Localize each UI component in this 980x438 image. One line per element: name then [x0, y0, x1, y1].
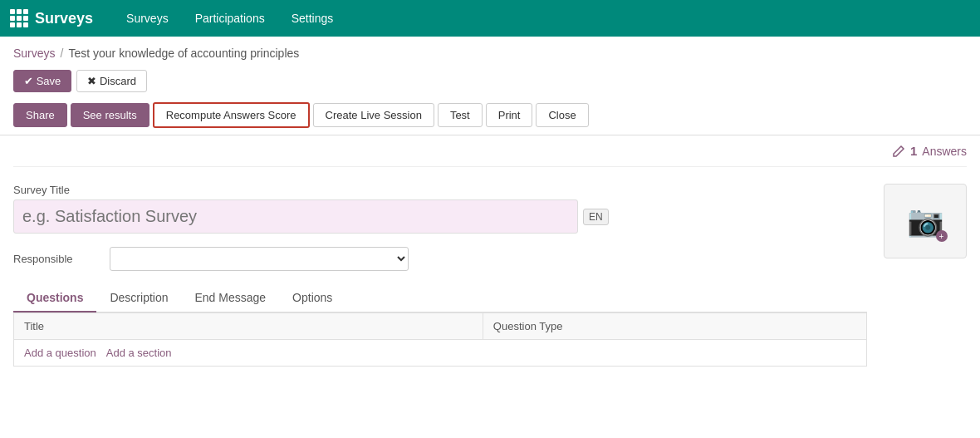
- app-name: Surveys: [35, 10, 93, 27]
- add-section-link[interactable]: Add a section: [106, 347, 172, 359]
- action-bar: ✔ Save ✖ Discard: [0, 66, 980, 99]
- tab-description[interactable]: Description: [96, 284, 181, 313]
- x-icon: ✖: [87, 75, 96, 87]
- navbar-nav: Surveys Participations Settings: [113, 0, 346, 37]
- title-row: EN: [13, 199, 867, 234]
- questions-table: Title Question Type: [13, 313, 867, 340]
- answers-label: Answers: [922, 145, 967, 158]
- test-button[interactable]: Test: [438, 103, 483, 127]
- nav-surveys[interactable]: Surveys: [113, 0, 182, 37]
- recompute-button[interactable]: Recompute Answers Score: [153, 102, 310, 128]
- survey-title-input[interactable]: [13, 199, 578, 234]
- camera-icon-wrapper: 📷 +: [907, 204, 944, 239]
- add-image-icon: +: [936, 230, 948, 242]
- print-button[interactable]: Print: [486, 103, 533, 127]
- breadcrumb-separator: /: [61, 47, 64, 60]
- share-button[interactable]: Share: [13, 103, 67, 127]
- see-results-button[interactable]: See results: [71, 103, 149, 127]
- lang-badge: EN: [583, 209, 609, 225]
- create-live-session-button[interactable]: Create Live Session: [313, 103, 434, 127]
- answers-badge[interactable]: 1 Answers: [892, 144, 967, 158]
- navbar: Surveys Surveys Participations Settings: [0, 0, 980, 37]
- responsible-select[interactable]: [110, 247, 409, 271]
- form-section: Survey Title EN Responsible Questions De…: [13, 175, 967, 375]
- form-main: Survey Title EN Responsible Questions De…: [13, 184, 867, 367]
- toolbar: Share See results Recompute Answers Scor…: [0, 99, 980, 135]
- brand[interactable]: Surveys: [10, 9, 93, 27]
- breadcrumb: Surveys / Test your knowledge of account…: [0, 37, 980, 66]
- nav-settings[interactable]: Settings: [278, 0, 347, 37]
- image-upload[interactable]: 📷 +: [884, 184, 967, 258]
- breadcrumb-parent[interactable]: Surveys: [13, 47, 56, 60]
- responsible-row: Responsible: [13, 247, 867, 271]
- tab-options[interactable]: Options: [279, 284, 345, 313]
- answers-bar: 1 Answers: [13, 135, 967, 167]
- checkmark-icon: ✔: [24, 75, 33, 87]
- nav-participations[interactable]: Participations: [182, 0, 278, 37]
- survey-title-label: Survey Title: [13, 184, 867, 196]
- main-content: 1 Answers Survey Title EN Responsible Qu…: [0, 135, 980, 375]
- breadcrumb-current: Test your knowledge of accounting princi…: [68, 47, 299, 60]
- answers-count: 1: [910, 144, 917, 158]
- save-button[interactable]: ✔ Save: [13, 70, 71, 92]
- add-question-link[interactable]: Add a question: [24, 347, 96, 359]
- edit-icon: [892, 145, 905, 158]
- tabs: Questions Description End Message Option…: [13, 284, 867, 313]
- tab-questions[interactable]: Questions: [13, 284, 96, 313]
- discard-button[interactable]: ✖ Discard: [76, 70, 147, 92]
- col-question-type: Question Type: [483, 313, 866, 340]
- tab-end-message[interactable]: End Message: [182, 284, 280, 313]
- table-actions: Add a question Add a section: [13, 340, 867, 367]
- col-title: Title: [14, 313, 483, 340]
- responsible-label: Responsible: [13, 253, 96, 265]
- close-button[interactable]: Close: [536, 103, 588, 127]
- grid-icon: [10, 9, 28, 27]
